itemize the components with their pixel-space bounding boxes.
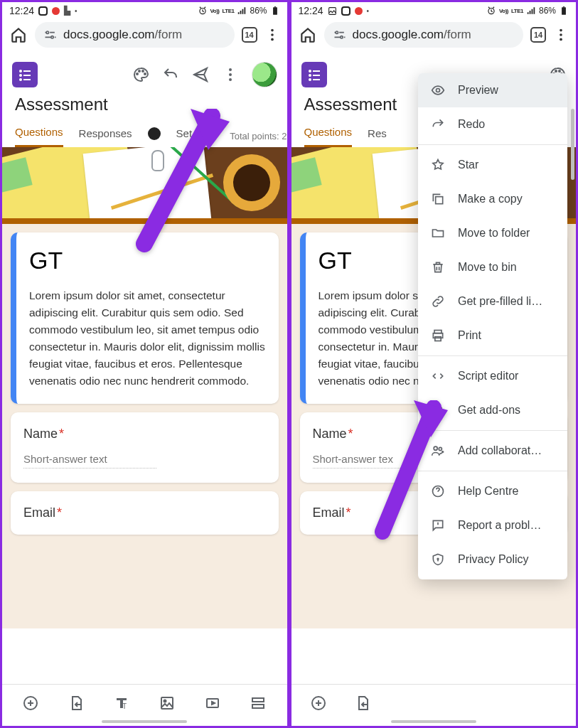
q1-input[interactable] — [23, 450, 156, 469]
svg-rect-9 — [23, 70, 31, 72]
tab-responses[interactable]: Responses — [79, 122, 132, 146]
required-asterisk: * — [59, 427, 64, 441]
home-icon[interactable] — [299, 26, 317, 44]
instagram-icon — [38, 6, 48, 16]
menu-label: Star — [458, 159, 478, 171]
svg-rect-49 — [436, 197, 443, 204]
svg-point-17 — [144, 73, 146, 75]
send-icon[interactable] — [192, 66, 209, 83]
svg-rect-23 — [161, 697, 173, 709]
svg-rect-40 — [313, 75, 320, 76]
required-asterisk: * — [348, 427, 353, 441]
tab-questions[interactable]: Questions — [304, 120, 353, 147]
tabs-button[interactable]: 14 — [530, 27, 546, 43]
add-question-icon[interactable] — [22, 695, 39, 712]
menu-star[interactable]: Star — [418, 148, 567, 182]
svg-point-56 — [437, 558, 439, 560]
menu-bin[interactable]: Move to bin — [418, 250, 567, 284]
svg-point-48 — [437, 89, 440, 92]
svg-point-8 — [19, 70, 22, 73]
instagram-icon — [341, 6, 350, 16]
required-asterisk: * — [346, 505, 351, 520]
menu-move[interactable]: Move to folder — [418, 216, 567, 250]
screenshot-left: 12:24 ▙ • Vo)) LTE1 86% docs.google.com/… — [2, 2, 287, 726]
menu-label: Get pre-filled li… — [458, 295, 542, 308]
undo-icon[interactable] — [162, 66, 179, 83]
menu-label: Preview — [458, 84, 498, 97]
menu-preview[interactable]: Preview — [418, 73, 567, 107]
svg-point-16 — [142, 70, 144, 72]
print-icon — [431, 328, 445, 343]
add-section-icon[interactable] — [250, 695, 267, 712]
svg-point-4 — [51, 36, 53, 38]
app-notif-icon: ▙ — [64, 6, 70, 16]
menu-label: Make a copy — [458, 193, 523, 205]
alarm-icon — [486, 6, 496, 16]
forms-logo-icon[interactable] — [12, 62, 38, 87]
add-question-icon[interactable] — [310, 695, 327, 712]
avatar[interactable] — [252, 62, 277, 87]
svg-rect-26 — [252, 698, 264, 702]
svg-point-34 — [560, 29, 562, 32]
add-video-icon[interactable] — [204, 695, 221, 712]
tab-questions[interactable]: Questions — [15, 120, 63, 147]
svg-point-5 — [271, 29, 274, 32]
tabs-button[interactable]: 14 — [242, 27, 257, 43]
menu-script[interactable]: Script editor — [418, 359, 567, 393]
q2-label: Email — [313, 505, 345, 520]
svg-rect-42 — [313, 79, 320, 80]
more-notif-icon: • — [367, 7, 370, 15]
browser-menu-icon[interactable] — [264, 27, 280, 43]
app-toolbar — [2, 55, 287, 95]
svg-rect-27 — [252, 705, 264, 708]
svg-rect-38 — [313, 70, 320, 72]
folder-icon — [431, 226, 445, 240]
annotation-arrow — [370, 400, 448, 552]
total-points: Total points: 2 — [230, 131, 287, 141]
svg-point-7 — [271, 38, 274, 41]
nav-gesture-bar — [102, 720, 187, 723]
svg-point-37 — [309, 70, 311, 73]
add-image-icon[interactable] — [159, 695, 176, 712]
svg-rect-30 — [562, 7, 566, 14]
menu-prefill[interactable]: Get pre-filled li… — [418, 284, 567, 318]
tab-responses[interactable]: Res — [368, 122, 387, 146]
menu-redo[interactable]: Redo — [418, 107, 567, 141]
home-icon[interactable] — [9, 26, 28, 44]
url-bar[interactable]: docs.google.com/form — [324, 22, 524, 48]
script-icon — [431, 369, 445, 383]
menu-label: Move to folder — [458, 227, 530, 240]
svg-point-18 — [229, 68, 232, 71]
menu-copy[interactable]: Make a copy — [418, 182, 567, 216]
url-domain: docs.google.com — [353, 28, 444, 41]
eye-icon — [431, 83, 445, 97]
question-card-email[interactable]: Email* — [11, 491, 279, 535]
import-questions-icon[interactable] — [68, 695, 85, 712]
svg-point-20 — [229, 78, 232, 81]
svg-point-33 — [340, 36, 342, 38]
form-header-desc[interactable]: Lorem ipsum dolor sit amet, consectetur … — [29, 287, 266, 390]
url-bar[interactable]: docs.google.com/form — [35, 22, 235, 48]
site-settings-icon — [43, 28, 58, 42]
alarm-icon — [198, 6, 208, 16]
question-card-name[interactable]: Name* — [11, 412, 279, 483]
menu-print[interactable]: Print — [418, 318, 567, 353]
svg-rect-11 — [23, 75, 31, 76]
palette-icon[interactable] — [132, 66, 149, 83]
required-asterisk: * — [57, 505, 62, 520]
signal-icon — [526, 6, 536, 16]
volte-icon: Vo)) — [210, 8, 220, 14]
svg-point-14 — [137, 73, 138, 75]
more-icon[interactable] — [222, 66, 239, 83]
svg-point-10 — [19, 74, 22, 77]
annotation-arrow — [130, 109, 230, 268]
import-questions-icon[interactable] — [354, 695, 371, 712]
add-title-icon[interactable]: T — [113, 695, 130, 712]
browser-menu-icon[interactable] — [553, 27, 569, 43]
svg-rect-31 — [563, 6, 564, 7]
tab-count-value: 14 — [245, 31, 253, 39]
scrollbar-thumb[interactable] — [571, 109, 574, 180]
forms-logo-icon[interactable] — [301, 62, 327, 87]
svg-point-44 — [555, 70, 557, 72]
battery-icon — [270, 6, 280, 16]
